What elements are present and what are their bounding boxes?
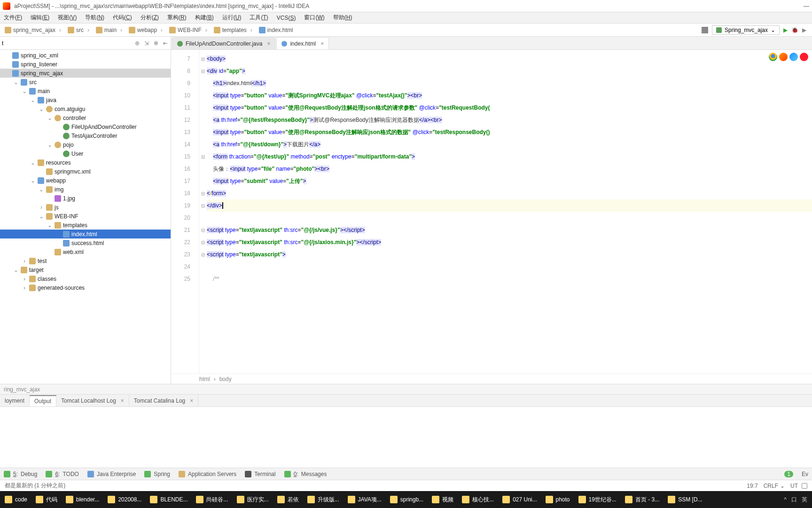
tool-window-button[interactable]: 0: Messages: [284, 471, 327, 477]
menu-item[interactable]: 文件(F): [4, 14, 22, 22]
tree-expander-icon[interactable]: [47, 222, 53, 229]
close-tab-icon[interactable]: ×: [267, 40, 270, 47]
tree-node[interactable]: index.html: [0, 230, 171, 238]
tree-node[interactable]: web.xml: [0, 247, 171, 256]
menu-item[interactable]: 分析(Z): [141, 14, 159, 22]
tree-expander-icon[interactable]: [13, 267, 19, 273]
line-number[interactable]: 7: [171, 53, 199, 65]
chrome-icon[interactable]: [769, 53, 777, 61]
tree-node[interactable]: test: [0, 256, 171, 265]
tree-node[interactable]: 1.jpg: [0, 194, 171, 203]
tree-node[interactable]: templates: [0, 221, 171, 230]
tool-window-button[interactable]: 6: TODO: [46, 471, 78, 477]
tree-expander-icon[interactable]: [30, 159, 36, 166]
fold-marker[interactable]: [199, 212, 207, 224]
taskbar-item[interactable]: BLENDE...: [146, 492, 191, 507]
taskbar-item[interactable]: 19世纪谷...: [575, 492, 620, 507]
log-tab[interactable]: loyment: [0, 396, 30, 406]
tray-item[interactable]: 英: [802, 496, 807, 504]
line-number[interactable]: 11: [171, 102, 199, 114]
line-number[interactable]: 25: [171, 273, 199, 285]
line-number[interactable]: 20: [171, 212, 199, 224]
nav-crumb[interactable]: templates›: [211, 26, 255, 34]
fold-marker[interactable]: ⊟: [199, 248, 207, 261]
menu-item[interactable]: 导航(N): [85, 14, 104, 22]
editor-tab[interactable]: FileUpAndDownController.java×: [172, 37, 275, 49]
fold-marker[interactable]: [199, 273, 207, 285]
close-tab-icon[interactable]: ×: [320, 40, 324, 47]
firefox-icon[interactable]: [779, 53, 788, 61]
tool-window-button[interactable]: 5: Debug: [4, 471, 37, 477]
tool-window-button[interactable]: Java Enterprise: [87, 471, 136, 477]
debug-button-icon[interactable]: 🐞: [791, 27, 798, 33]
nav-crumb[interactable]: src›: [65, 26, 92, 34]
fold-marker[interactable]: ⊟: [199, 53, 207, 65]
log-tab[interactable]: Output: [30, 395, 56, 406]
minimize-button[interactable]: —: [804, 3, 809, 9]
line-number[interactable]: 16: [171, 163, 199, 175]
tree-expander-icon[interactable]: [13, 79, 19, 86]
line-number[interactable]: 14: [171, 138, 199, 151]
line-separator[interactable]: CRLF: [764, 483, 778, 489]
coverage-button-icon[interactable]: ▶: [802, 27, 806, 33]
fold-marker[interactable]: [199, 89, 207, 102]
tool-window-button[interactable]: Application Servers: [179, 471, 236, 477]
line-number[interactable]: 19: [171, 199, 199, 212]
tree-node[interactable]: generated-sources: [0, 283, 171, 292]
line-number[interactable]: 22: [171, 236, 199, 248]
tree-node[interactable]: java: [0, 95, 171, 104]
taskbar-item[interactable]: 尚硅谷...: [192, 492, 232, 507]
structure-breadcrumb[interactable]: html › body: [171, 373, 812, 384]
fold-marker[interactable]: ⊟: [199, 236, 207, 248]
line-number[interactable]: 12: [171, 114, 199, 126]
tree-node[interactable]: src: [0, 78, 171, 87]
menu-item[interactable]: 工具(T): [250, 14, 268, 22]
fold-marker[interactable]: [199, 126, 207, 138]
menu-item[interactable]: 窗口(W): [304, 14, 324, 22]
line-gutter[interactable]: 78910111213141516171819202122232425: [171, 50, 199, 373]
taskbar-item[interactable]: 核心技...: [458, 492, 498, 507]
close-icon[interactable]: ×: [190, 397, 193, 404]
fold-marker[interactable]: [199, 261, 207, 273]
fold-marker[interactable]: [199, 163, 207, 175]
line-number[interactable]: 18: [171, 187, 199, 199]
menu-item[interactable]: 重构(R): [167, 14, 187, 22]
fold-marker[interactable]: ⊟: [199, 151, 207, 163]
tree-expander-icon[interactable]: [22, 258, 27, 264]
tree-node[interactable]: main: [0, 87, 171, 95]
fold-marker[interactable]: [199, 138, 207, 151]
project-scope[interactable]: t: [2, 40, 3, 47]
caret-position[interactable]: 19:7: [747, 483, 757, 489]
line-number[interactable]: 24: [171, 261, 199, 273]
tree-node[interactable]: success.html: [0, 238, 171, 247]
line-number[interactable]: 9: [171, 77, 199, 89]
breadcrumb-item[interactable]: body: [219, 376, 232, 382]
taskbar-item[interactable]: 视频: [428, 492, 457, 507]
nav-crumb[interactable]: WEB-INF›: [166, 26, 210, 34]
tree-node[interactable]: controller: [0, 113, 171, 122]
tree-expander-icon[interactable]: [22, 88, 27, 95]
line-number[interactable]: 13: [171, 126, 199, 138]
tree-expander-icon[interactable]: [39, 213, 44, 220]
close-icon[interactable]: ×: [121, 397, 124, 404]
nav-crumb[interactable]: webapp›: [126, 26, 165, 34]
code-content[interactable]: <body><div id="app"> <h1>index.html</h1>…: [207, 50, 812, 373]
fold-column[interactable]: ⊟⊟⊟⊟⊟⊟⊟⊟: [199, 50, 207, 373]
tree-node[interactable]: js: [0, 203, 171, 212]
menu-item[interactable]: 运行(U): [222, 14, 242, 22]
tree-node[interactable]: classes: [0, 274, 171, 283]
tree-node[interactable]: User: [0, 149, 171, 158]
nav-crumb[interactable]: index.html: [256, 26, 296, 34]
tree-expander-icon[interactable]: [47, 142, 53, 148]
system-tray[interactable]: ^口英: [784, 496, 811, 504]
tree-node[interactable]: WEB-INF: [0, 212, 171, 221]
menu-item[interactable]: 构建(B): [195, 14, 214, 22]
menu-item[interactable]: 编辑(E): [31, 14, 49, 22]
tree-node[interactable]: target: [0, 265, 171, 274]
tree-expander-icon[interactable]: [22, 285, 27, 291]
editor-tab[interactable]: index.html×: [276, 37, 329, 49]
taskbar-item[interactable]: JAVA项...: [344, 492, 385, 507]
menu-item[interactable]: 帮助(H): [333, 14, 352, 22]
code-editor[interactable]: 78910111213141516171819202122232425 ⊟⊟⊟⊟…: [171, 50, 812, 373]
project-tree[interactable]: spring_ioc_xmlspring_listenerspring_mvc_…: [0, 50, 171, 384]
